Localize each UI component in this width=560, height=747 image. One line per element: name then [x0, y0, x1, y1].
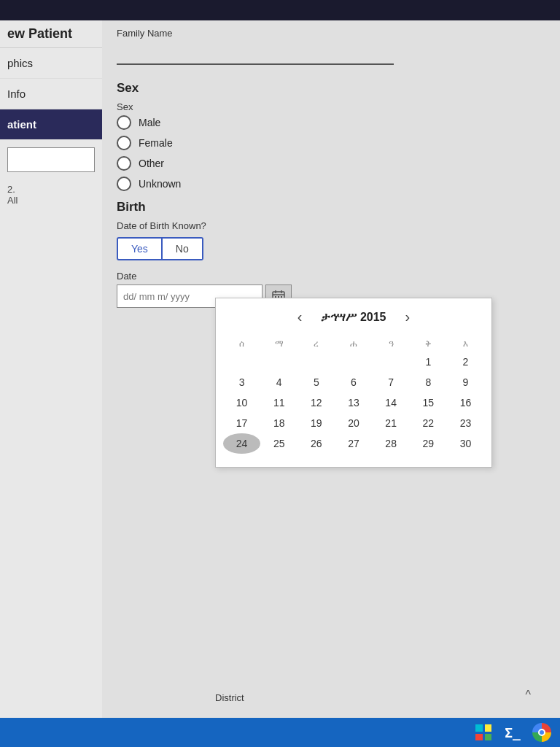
sidebar-search-box: [7, 147, 95, 172]
day-header-2: ረ: [298, 336, 335, 352]
calendar-day[interactable]: 7: [373, 372, 410, 392]
calendar-day[interactable]: 18: [260, 413, 298, 433]
calendar-day[interactable]: 23: [447, 413, 484, 433]
calendar-day[interactable]: 11: [260, 392, 298, 413]
windows-start-button[interactable]: [471, 721, 496, 743]
sidebar-item-demographics[interactable]: phics: [0, 48, 102, 79]
sidebar-number: 2. All: [0, 179, 102, 210]
terminal-icon: Σ_: [505, 725, 521, 740]
birth-section: Birth Date of Birth Known? Yes No Date: [117, 200, 545, 308]
calendar-next-button[interactable]: ›: [401, 309, 415, 325]
calendar-day[interactable]: 30: [447, 433, 484, 454]
win-square-tr: [485, 724, 492, 732]
calendar-day[interactable]: 10: [223, 392, 260, 413]
calendar-day[interactable]: 26: [298, 433, 335, 454]
day-header-3: ሐ: [335, 336, 372, 352]
sex-radio-other[interactable]: [117, 156, 131, 171]
calendar-day: [223, 352, 260, 372]
sex-radio-group: Male Female Other Unknown: [117, 115, 545, 191]
sex-radio-unknown[interactable]: [117, 177, 131, 191]
family-name-label: Family Name: [117, 28, 545, 39]
calendar-day[interactable]: 1: [410, 352, 447, 372]
terminal-button[interactable]: Σ_: [500, 721, 525, 743]
chrome-button[interactable]: [529, 721, 554, 743]
day-header-0: ሰ: [223, 336, 260, 352]
calendar-day[interactable]: 8: [410, 372, 447, 392]
calendar-day[interactable]: 29: [410, 433, 447, 454]
calendar-day[interactable]: 9: [447, 372, 484, 392]
calendar-day[interactable]: 20: [335, 413, 372, 433]
sex-option-male-label: Male: [139, 117, 160, 128]
sex-option-female-label: Female: [139, 137, 173, 149]
calendar-day[interactable]: 28: [373, 433, 410, 454]
calendar-popup: ‹ ታኅሣሥ 2015 › ሰ ማ ረ ሐ ዓ ቅ እ: [215, 298, 492, 468]
day-header-4: ዓ: [373, 336, 410, 352]
sex-radio-male[interactable]: [117, 115, 131, 130]
calendar-day-headers: ሰ ማ ረ ሐ ዓ ቅ እ: [223, 336, 484, 352]
calendar-day[interactable]: 4: [260, 372, 298, 392]
sex-option-unknown-label: Unknown: [139, 178, 181, 190]
app-container: ew Patient phics Info atient 2. All Fami…: [0, 20, 560, 747]
windows-icon: [475, 724, 491, 740]
calendar-day: [373, 352, 410, 372]
calendar-day[interactable]: 6: [335, 372, 372, 392]
calendar-day: [298, 352, 335, 372]
calendar-day[interactable]: 25: [260, 433, 298, 454]
calendar-day: [335, 352, 372, 372]
sex-option-other[interactable]: Other: [117, 156, 545, 171]
calendar-day[interactable]: 24: [223, 433, 260, 454]
calendar-day[interactable]: 12: [298, 392, 335, 413]
sidebar: ew Patient phics Info atient 2. All: [0, 20, 102, 747]
chrome-inner-icon: [538, 729, 545, 736]
calendar-day[interactable]: 2: [447, 352, 484, 372]
no-button[interactable]: No: [163, 237, 203, 260]
calendar-header: ‹ ታኅሣሥ 2015 ›: [223, 309, 484, 325]
family-name-input[interactable]: [117, 42, 394, 65]
calendar-week-2: 10111213141516: [223, 392, 484, 413]
calendar-prev-button[interactable]: ‹: [293, 309, 307, 325]
main-content: Family Name Sex Sex Male Female Other Un…: [102, 20, 560, 747]
calendar-day[interactable]: 19: [298, 413, 335, 433]
chrome-icon: [532, 723, 551, 742]
sex-section-heading: Sex: [117, 81, 545, 96]
calendar-grid: ሰ ማ ረ ሐ ዓ ቅ እ 12345678910111213141516171…: [223, 336, 484, 454]
district-label: District: [215, 692, 244, 703]
sex-radio-female[interactable]: [117, 136, 131, 150]
calendar-week-4: 24252627282930: [223, 433, 484, 454]
sex-option-other-label: Other: [139, 158, 164, 169]
sex-option-male[interactable]: Male: [117, 115, 545, 130]
sidebar-item-info[interactable]: Info: [0, 79, 102, 109]
sidebar-item-patient[interactable]: atient: [0, 109, 102, 140]
calendar-week-3: 17181920212223: [223, 413, 484, 433]
win-square-br: [485, 734, 492, 741]
sex-label: Sex: [117, 101, 545, 112]
calendar-day[interactable]: 5: [298, 372, 335, 392]
date-known-label: Date of Birth Known?: [117, 220, 545, 231]
calendar-week-1: 3456789: [223, 372, 484, 392]
yes-button[interactable]: Yes: [117, 237, 163, 260]
win-square-tl: [475, 724, 483, 732]
calendar-day[interactable]: 15: [410, 392, 447, 413]
calendar-day[interactable]: 21: [373, 413, 410, 433]
calendar-day[interactable]: 13: [335, 392, 372, 413]
calendar-day: [260, 352, 298, 372]
day-header-5: ቅ: [410, 336, 447, 352]
sex-option-female[interactable]: Female: [117, 136, 545, 150]
yes-no-group: Yes No: [117, 237, 545, 260]
calendar-day[interactable]: 16: [447, 392, 484, 413]
date-label: Date: [117, 271, 545, 282]
day-header-1: ማ: [260, 336, 298, 352]
calendar-day[interactable]: 14: [373, 392, 410, 413]
sex-option-unknown[interactable]: Unknown: [117, 177, 545, 191]
calendar-day[interactable]: 27: [335, 433, 372, 454]
calendar-week-0: 12: [223, 352, 484, 372]
calendar-day[interactable]: 22: [410, 413, 447, 433]
day-header-6: እ: [447, 336, 484, 352]
taskbar: Σ_: [0, 718, 560, 747]
chevron-up-icon[interactable]: ^: [525, 689, 531, 702]
top-bar: [0, 0, 560, 20]
calendar-day[interactable]: 17: [223, 413, 260, 433]
calendar-day[interactable]: 3: [223, 372, 260, 392]
app-title: ew Patient: [0, 20, 102, 48]
calendar-month-year: ታኅሣሥ 2015: [321, 311, 386, 324]
